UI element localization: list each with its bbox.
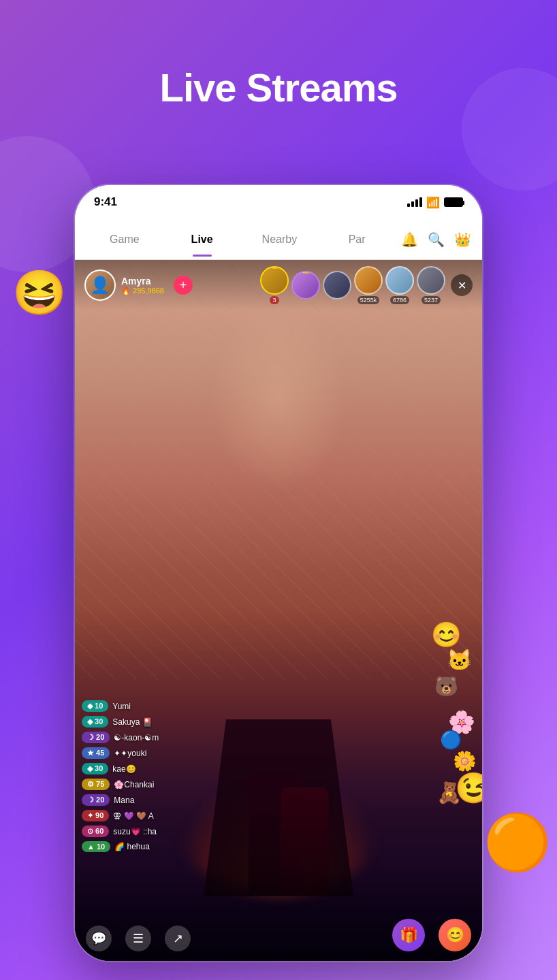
stream-area: Amyra 🔥 295,9868 + 👑 3 xyxy=(75,260,482,961)
share-icon[interactable]: ↗ xyxy=(165,926,191,951)
nav-item-par[interactable]: Par xyxy=(318,228,396,251)
crown-icon[interactable]: 👑 xyxy=(454,231,471,248)
stream-bottom-bar: 💬 ☰ ↗ 🎁 😊 xyxy=(75,866,482,961)
status-bar: 9:41 📶 xyxy=(75,185,482,219)
sticker-blue-circle: 🔵 xyxy=(440,730,462,751)
sticker-sunflower: 🌼 xyxy=(453,750,477,772)
battery-icon xyxy=(444,197,463,207)
chat-badge-8: ⊙ 60 xyxy=(82,826,109,837)
streamer-name-wrap: Amyra 🔥 295,9868 xyxy=(121,276,164,295)
streamer-avatar xyxy=(84,270,116,301)
page-title: Live Streams xyxy=(0,65,557,110)
nav-bar: Game Live Nearby Par 🔔 🔍 👑 xyxy=(75,219,482,260)
menu-icon[interactable]: ☰ xyxy=(125,926,151,951)
chat-badge-7: ✦ 90 xyxy=(82,810,109,821)
chat-badge-4: ◆ 30 xyxy=(82,763,108,774)
chat-user-6: Mana xyxy=(114,796,134,805)
sticker-bear: 🐻 xyxy=(434,675,458,698)
chat-message-6: ☽ 20 Mana xyxy=(82,794,300,806)
viewer-avatar-6: 5237 xyxy=(417,266,445,304)
chat-message-4: ◆ 30 kae😊 xyxy=(82,763,300,774)
message-icon[interactable]: 💬 xyxy=(86,926,112,951)
chat-badge-1: ◆ 30 xyxy=(82,716,108,728)
chat-message-2: ☽ 20 ☯-kaon-☯m xyxy=(82,732,300,743)
chat-badge-3: ★ 45 xyxy=(82,747,110,759)
laugh-emoji: 😆 xyxy=(12,265,67,320)
viewer-avatar-3 xyxy=(323,271,351,299)
viewer-avatar-4: 🔥 5255k xyxy=(354,266,383,304)
chat-area: ◆ 10 Yumi ◆ 30 Sakuya 🎴 ☽ 20 ☯-kaon-☯m ★… xyxy=(82,700,300,852)
chat-badge-5: ⚙ 75 xyxy=(82,779,110,790)
nav-item-nearby[interactable]: Nearby xyxy=(241,228,319,251)
viewer-avatar-5: 6786 xyxy=(385,266,414,304)
close-stream-button[interactable]: ✕ xyxy=(451,274,473,296)
chat-message-5: ⚙ 75 🌸Chankai xyxy=(82,779,300,790)
status-time: 9:41 xyxy=(94,195,117,209)
chat-user-2: ☯-kaon-☯m xyxy=(114,733,159,742)
viewer-list: 👑 3 👑 🔥 xyxy=(260,266,473,304)
chat-user-5: 🌸Chankai xyxy=(114,780,154,789)
streamer-coins: 🔥 295,9868 xyxy=(121,287,164,295)
orange-emoji: 🟠 xyxy=(483,811,552,875)
chat-message-7: ✦ 90 ⚢ 💜 🤎 A xyxy=(82,810,300,821)
streamer-info: Amyra 🔥 295,9868 + xyxy=(84,270,193,301)
chat-message-3: ★ 45 ✦✦youki xyxy=(82,747,300,759)
wifi-icon: 📶 xyxy=(426,196,440,209)
viewer-avatar-1: 👑 3 xyxy=(260,266,289,304)
gift-icon[interactable]: 🎁 xyxy=(392,919,425,951)
chat-user-0: Yumi xyxy=(112,702,131,711)
signal-icon xyxy=(407,197,422,207)
emoji-reaction-button[interactable]: 😊 xyxy=(439,919,471,951)
viewer-avatar-2: 👑 xyxy=(291,271,320,299)
chat-user-8: suzu💗 ::ha xyxy=(113,827,157,836)
chat-user-7: ⚢ 💜 🤎 A xyxy=(113,811,153,821)
chat-user-4: kae😊 xyxy=(112,764,136,774)
chat-message-0: ◆ 10 Yumi xyxy=(82,700,300,712)
sticker-area: 😊 🐱 🐻 🌸 🔵 🌼 🧸 😉 xyxy=(400,621,482,825)
chat-message-1: ◆ 30 Sakuya 🎴 xyxy=(82,716,300,728)
search-icon[interactable]: 🔍 xyxy=(428,231,445,248)
chat-message-9: ▲ 10 🌈 hehua xyxy=(82,841,300,852)
chat-badge-2: ☽ 20 xyxy=(82,732,110,743)
chat-user-1: Sakuya 🎴 xyxy=(112,717,152,727)
chat-badge-6: ☽ 20 xyxy=(82,794,110,806)
chat-message-8: ⊙ 60 suzu💗 ::ha xyxy=(82,826,300,837)
chat-badge-9: ▲ 10 xyxy=(82,841,110,852)
wink-emoji: 😉 xyxy=(455,770,482,806)
streamer-name: Amyra xyxy=(121,276,164,287)
follow-button[interactable]: + xyxy=(174,276,193,295)
chat-badge-0: ◆ 10 xyxy=(82,700,108,712)
sticker-cat: 🐱 xyxy=(447,648,472,672)
chat-user-3: ✦✦youki xyxy=(114,749,146,758)
stream-background xyxy=(75,260,482,961)
status-icons: 📶 xyxy=(407,196,463,209)
nav-item-game[interactable]: Game xyxy=(86,228,163,251)
sticker-face: 😊 xyxy=(431,621,462,649)
bell-icon[interactable]: 🔔 xyxy=(401,231,418,248)
stream-top-bar: Amyra 🔥 295,9868 + 👑 3 xyxy=(75,260,482,310)
chat-user-9: 🌈 hehua xyxy=(114,842,150,851)
phone-frame: 9:41 📶 Game Live Nearby Par 🔔 🔍 👑 xyxy=(75,185,482,961)
nav-item-live[interactable]: Live xyxy=(163,228,241,251)
nav-icons: 🔔 🔍 👑 xyxy=(401,231,471,248)
